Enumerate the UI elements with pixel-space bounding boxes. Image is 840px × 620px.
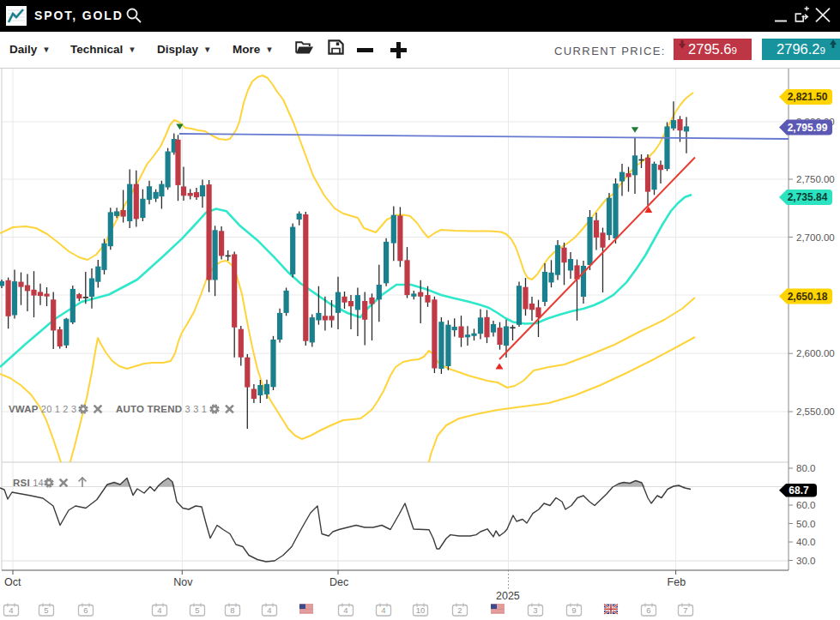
svg-text:4: 4 <box>343 605 347 615</box>
svg-text:68.7: 68.7 <box>789 485 809 497</box>
svg-text:4: 4 <box>9 605 13 615</box>
svg-text:2,735.84: 2,735.84 <box>788 191 828 203</box>
svg-text:2: 2 <box>457 605 462 615</box>
svg-text:4: 4 <box>381 605 385 615</box>
svg-text:2,750.00: 2,750.00 <box>796 174 835 184</box>
svg-text:4: 4 <box>267 605 271 615</box>
svg-text:RSI 14: RSI 14 <box>13 478 44 488</box>
svg-text:Dec: Dec <box>329 576 348 588</box>
svg-text:50.0: 50.0 <box>796 519 815 529</box>
svg-text:5: 5 <box>195 605 199 615</box>
svg-text:9: 9 <box>571 605 576 615</box>
svg-text:7: 7 <box>683 605 687 615</box>
svg-text:2,795.99: 2,795.99 <box>788 122 828 134</box>
svg-text:VWAP 20 1 2 3: VWAP 20 1 2 3 <box>9 404 76 414</box>
svg-text:Feb: Feb <box>668 576 686 588</box>
svg-text:2,821.50: 2,821.50 <box>788 91 828 103</box>
svg-text:40.0: 40.0 <box>796 537 815 547</box>
svg-text:AUTO TREND 3 3 1: AUTO TREND 3 3 1 <box>116 404 207 414</box>
svg-text:60.0: 60.0 <box>796 500 815 510</box>
svg-text:6: 6 <box>646 605 650 615</box>
svg-text:2,700.00: 2,700.00 <box>796 232 835 243</box>
svg-text:2025: 2025 <box>496 590 520 602</box>
svg-text:2,550.00: 2,550.00 <box>796 406 835 417</box>
svg-text:8: 8 <box>230 605 234 615</box>
svg-text:80.0: 80.0 <box>796 463 815 473</box>
svg-text:6: 6 <box>83 605 88 615</box>
svg-text:Oct: Oct <box>4 576 21 588</box>
svg-text:2,600.00: 2,600.00 <box>796 348 835 358</box>
svg-text:2,650.18: 2,650.18 <box>788 291 828 303</box>
svg-text:10: 10 <box>416 605 426 615</box>
svg-text:3: 3 <box>533 605 537 615</box>
svg-text:30.0: 30.0 <box>796 556 815 566</box>
svg-text:Nov: Nov <box>173 576 193 588</box>
svg-text:4: 4 <box>157 605 161 615</box>
svg-text:5: 5 <box>44 605 48 615</box>
